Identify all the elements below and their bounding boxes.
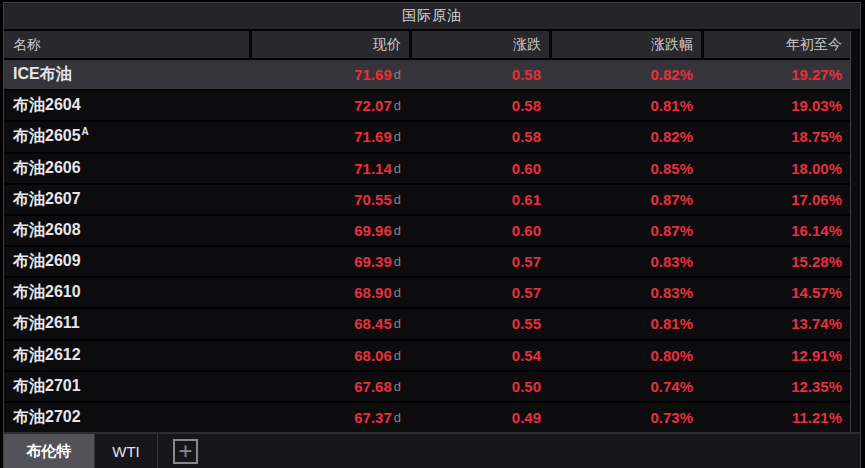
ytd-cell: 19.03% bbox=[701, 91, 850, 120]
table-row[interactable]: 布油2605A 71.69 d 0.58 0.82% bbox=[4, 122, 850, 153]
instrument-name: 布油2609 bbox=[13, 251, 81, 272]
price-value: 72.07 bbox=[354, 97, 392, 114]
price-value: 68.45 bbox=[354, 315, 392, 332]
delayed-quote-flag: d bbox=[394, 285, 401, 300]
instrument-name: 布油2608 bbox=[13, 220, 81, 241]
table-body: ICE布油 71.69 d 0.58 0.82% 1 bbox=[4, 60, 850, 432]
change-value: 0.49 bbox=[512, 409, 541, 426]
change-pct-value: 0.73% bbox=[650, 409, 693, 426]
change-cell: 0.58 bbox=[409, 122, 549, 151]
change-pct-value: 0.81% bbox=[650, 315, 693, 332]
table-row[interactable]: 布油2610 68.90 d 0.57 0.83% bbox=[4, 278, 850, 309]
tab-brent[interactable]: 布伦特 bbox=[4, 434, 95, 468]
column-header-name[interactable]: 名称 bbox=[4, 31, 249, 58]
change-cell: 0.50 bbox=[409, 372, 549, 401]
ytd-value: 12.91% bbox=[791, 347, 842, 364]
change-value: 0.58 bbox=[512, 97, 541, 114]
change-pct-cell: 0.74% bbox=[549, 372, 701, 401]
change-pct-value: 0.80% bbox=[650, 347, 693, 364]
ytd-value: 12.35% bbox=[791, 378, 842, 395]
table-row[interactable]: 布油2607 70.55 d 0.61 0.87% bbox=[4, 185, 850, 216]
ytd-cell: 15.28% bbox=[701, 247, 850, 276]
change-value: 0.54 bbox=[512, 347, 541, 364]
change-value: 0.61 bbox=[512, 191, 541, 208]
instrument-name: 布油2611 bbox=[13, 313, 80, 334]
table-row[interactable]: ICE布油 71.69 d 0.58 0.82% 1 bbox=[4, 60, 850, 91]
price-cell: 67.68 d bbox=[249, 372, 409, 401]
change-value: 0.58 bbox=[512, 66, 541, 83]
delayed-quote-flag: d bbox=[394, 161, 401, 176]
instrument-name-cell: 布油2606 bbox=[4, 154, 249, 183]
change-pct-value: 0.74% bbox=[650, 378, 693, 395]
panel-title-bar: 国际原油 bbox=[4, 3, 860, 31]
instrument-name-cell: 布油2607 bbox=[4, 185, 249, 214]
change-pct-cell: 0.87% bbox=[549, 185, 701, 214]
table-row[interactable]: 布油2702 67.37 d 0.49 0.73% bbox=[4, 403, 850, 432]
table-row[interactable]: 布油2701 67.68 d 0.50 0.74% bbox=[4, 372, 850, 403]
instrument-name: 布油2612 bbox=[13, 345, 81, 366]
change-pct-cell: 0.83% bbox=[549, 247, 701, 276]
price-cell: 67.37 d bbox=[249, 403, 409, 432]
ytd-value: 11.21% bbox=[792, 409, 842, 426]
change-value: 0.50 bbox=[512, 378, 541, 395]
instrument-name-cell: 布油2609 bbox=[4, 247, 249, 276]
instrument-name-cell: 布油2610 bbox=[4, 278, 249, 307]
table-row[interactable]: 布油2609 69.39 d 0.57 0.83% bbox=[4, 247, 850, 278]
ytd-value: 18.75% bbox=[791, 128, 842, 145]
change-cell: 0.54 bbox=[409, 341, 549, 370]
table-row[interactable]: 布油2611 68.45 d 0.55 0.81% bbox=[4, 309, 850, 340]
change-pct-value: 0.83% bbox=[650, 253, 693, 270]
column-header-price[interactable]: 现价 bbox=[249, 31, 409, 58]
ytd-value: 19.03% bbox=[791, 97, 842, 114]
instrument-name-cell: 布油2604 bbox=[4, 91, 249, 120]
change-pct-value: 0.82% bbox=[650, 66, 693, 83]
scrollbar-track[interactable] bbox=[850, 31, 860, 432]
price-value: 67.68 bbox=[354, 378, 392, 395]
quote-panel: 国际原油 名称 现价 涨跌 涨跌幅 年初至今 ICE布油 71.69 bbox=[0, 0, 865, 468]
change-cell: 0.60 bbox=[409, 154, 549, 183]
change-pct-value: 0.87% bbox=[650, 222, 693, 239]
table-row[interactable]: 布油2612 68.06 d 0.54 0.80% bbox=[4, 341, 850, 372]
price-value: 71.69 bbox=[354, 128, 392, 145]
delayed-quote-flag: d bbox=[394, 348, 401, 363]
change-pct-cell: 0.73% bbox=[549, 403, 701, 432]
change-cell: 0.61 bbox=[409, 185, 549, 214]
column-header-ytd[interactable]: 年初至今 bbox=[701, 31, 850, 58]
change-cell: 0.57 bbox=[409, 247, 549, 276]
change-value: 0.57 bbox=[512, 284, 541, 301]
ytd-cell: 14.57% bbox=[701, 278, 850, 307]
ytd-value: 17.06% bbox=[791, 191, 842, 208]
tab-wti[interactable]: WTI bbox=[95, 434, 158, 468]
price-cell: 69.96 d bbox=[249, 216, 409, 245]
change-pct-value: 0.83% bbox=[650, 284, 693, 301]
instrument-name-cell: 布油2611 bbox=[4, 309, 249, 338]
change-pct-cell: 0.82% bbox=[549, 122, 701, 151]
price-cell: 72.07 d bbox=[249, 91, 409, 120]
ytd-value: 19.27% bbox=[791, 66, 842, 83]
table-row[interactable]: 布油2608 69.96 d 0.60 0.87% bbox=[4, 216, 850, 247]
price-cell: 71.69 d bbox=[249, 122, 409, 151]
instrument-name: 布油2606 bbox=[13, 158, 81, 179]
change-value: 0.60 bbox=[512, 160, 541, 177]
ytd-cell: 12.35% bbox=[701, 372, 850, 401]
instrument-name: 布油2604 bbox=[13, 95, 81, 116]
change-pct-cell: 0.82% bbox=[549, 60, 701, 89]
instrument-name-cell: 布油2608 bbox=[4, 216, 249, 245]
column-header-change-pct[interactable]: 涨跌幅 bbox=[549, 31, 701, 58]
change-cell: 0.57 bbox=[409, 278, 549, 307]
name-superscript: A bbox=[82, 127, 89, 137]
column-header-change[interactable]: 涨跌 bbox=[409, 31, 549, 58]
ytd-cell: 18.00% bbox=[701, 154, 850, 183]
change-pct-value: 0.82% bbox=[650, 128, 693, 145]
instrument-name: ICE布油 bbox=[13, 64, 72, 85]
price-value: 69.96 bbox=[354, 222, 392, 239]
add-tab-button[interactable]: + bbox=[173, 439, 198, 464]
change-value: 0.60 bbox=[512, 222, 541, 239]
table-row[interactable]: 布油2606 71.14 d 0.60 0.85% bbox=[4, 154, 850, 185]
change-pct-cell: 0.85% bbox=[549, 154, 701, 183]
table-row[interactable]: 布油2604 72.07 d 0.58 0.81% bbox=[4, 91, 850, 122]
price-cell: 71.69 d bbox=[249, 60, 409, 89]
instrument-name: 布油2607 bbox=[13, 189, 81, 210]
delayed-quote-flag: d bbox=[394, 192, 401, 207]
delayed-quote-flag: d bbox=[394, 379, 401, 394]
